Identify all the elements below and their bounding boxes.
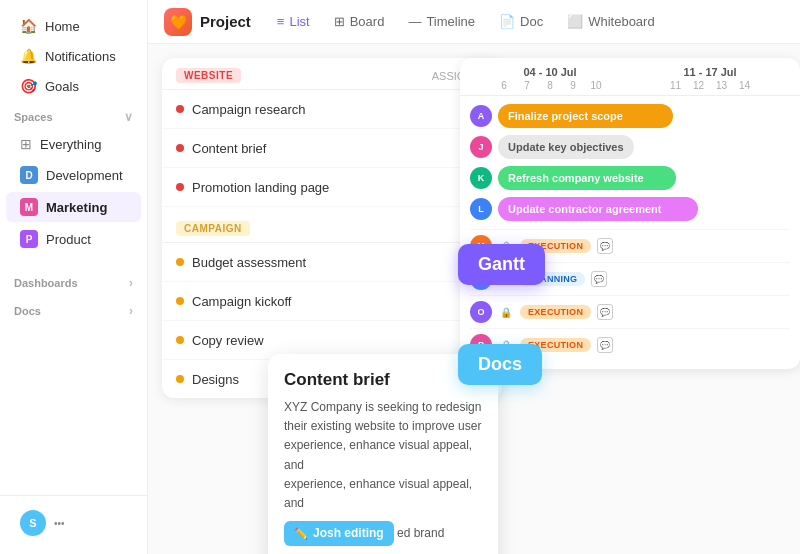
sidebar-item-development[interactable]: D Development: [6, 160, 141, 190]
task-name: Campaign research: [192, 102, 456, 117]
goals-icon: 🎯: [20, 78, 37, 94]
pencil-icon: ✏️: [294, 525, 308, 543]
tab-doc[interactable]: 📄 Doc: [489, 8, 553, 35]
day-label: 6: [494, 80, 514, 91]
dashboards-section: Dashboards ›: [0, 268, 147, 294]
tab-list[interactable]: ≡ List: [267, 8, 320, 35]
chevron-icon: ∨: [124, 110, 133, 124]
task-dot: [176, 375, 184, 383]
marketing-dot: M: [20, 198, 38, 216]
josh-editing-badge: ✏️ Josh editing: [284, 521, 394, 546]
campaign-section-header: CAMPAIGN: [162, 211, 502, 243]
gantt-panel: 04 - 10 Jul 6 7 8 9 10 11 - 17 Jul 11 12…: [460, 58, 800, 369]
avatar: S: [20, 510, 46, 536]
tab-board[interactable]: ⊞ Board: [324, 8, 395, 35]
task-name: Campaign kickoff: [192, 294, 456, 309]
user-status-dot: •••: [54, 518, 65, 529]
project-icon: 🧡: [164, 8, 192, 36]
task-list-panel: WEBSITE ASSIGNEE Campaign research A Con…: [162, 58, 502, 398]
gantt-bar: Finalize project scope: [498, 104, 673, 128]
website-badge: WEBSITE: [176, 68, 241, 83]
avatar: A: [470, 105, 492, 127]
task-name: Budget assessment: [192, 255, 456, 270]
development-dot: D: [20, 166, 38, 184]
main-area: 🧡 Project ≡ List ⊞ Board — Timeline 📄 Do…: [148, 0, 800, 554]
gantt-row: J Update key objectives: [470, 135, 790, 159]
home-icon: 🏠: [20, 18, 37, 34]
task-dot: [176, 258, 184, 266]
chat-icon: 💬: [597, 238, 613, 254]
sidebar-item-notifications[interactable]: 🔔 Notifications: [6, 42, 141, 70]
table-row[interactable]: Campaign research A: [162, 90, 502, 129]
task-dot: [176, 336, 184, 344]
timeline-icon: —: [408, 14, 421, 29]
avatar: O: [470, 301, 492, 323]
gantt-row: A Finalize project scope: [470, 104, 790, 128]
task-dot: [176, 183, 184, 191]
avatar: J: [470, 136, 492, 158]
user-profile[interactable]: S •••: [6, 504, 141, 542]
list-icon: ≡: [277, 14, 285, 29]
day-label: 12: [689, 80, 709, 91]
bell-icon: 🔔: [20, 48, 37, 64]
tab-whiteboard[interactable]: ⬜ Whiteboard: [557, 8, 664, 35]
gantt-row: L Update contractor agreement: [470, 197, 790, 221]
table-row[interactable]: Promotion landing page K: [162, 168, 502, 207]
task-name: Copy review: [192, 333, 456, 348]
task-name: Content brief: [192, 141, 456, 156]
sidebar-bottom: S •••: [0, 495, 147, 542]
chevron-right-icon-2: ›: [129, 304, 133, 318]
whiteboard-icon: ⬜: [567, 14, 583, 29]
chevron-right-icon: ›: [129, 276, 133, 290]
task-dot: [176, 144, 184, 152]
tab-timeline[interactable]: — Timeline: [398, 8, 485, 35]
project-title: Project: [200, 13, 251, 30]
product-dot: P: [20, 230, 38, 248]
lock-icon: 🔒: [498, 304, 514, 320]
gantt-row: K Refresh company website: [470, 166, 790, 190]
gantt-week1: 04 - 10 Jul 6 7 8 9 10: [470, 66, 630, 91]
gantt-bar: Update contractor agreement: [498, 197, 698, 221]
gantt-bars: A Finalize project scope J Update key ob…: [460, 96, 800, 229]
docs-tooltip: Docs: [458, 344, 542, 385]
sidebar-item-product[interactable]: P Product: [6, 224, 141, 254]
avatar: L: [470, 198, 492, 220]
docs-content: XYZ Company is seeking to redesign their…: [284, 398, 482, 554]
josh-editing-row: ✏️ Josh editing ed brand identity.: [284, 517, 482, 554]
gantt-tooltip: Gantt: [458, 244, 545, 285]
day-label: 9: [563, 80, 583, 91]
task-dot: [176, 105, 184, 113]
day-label: 7: [517, 80, 537, 91]
grid-icon: ⊞: [20, 136, 32, 152]
sidebar-item-home[interactable]: 🏠 Home: [6, 12, 141, 40]
chat-icon: 💬: [597, 304, 613, 320]
gantt-status-row: O 🔒 EXECUTION 💬: [470, 295, 790, 328]
table-row[interactable]: Budget assessment L: [162, 243, 502, 282]
avatar: K: [470, 167, 492, 189]
gantt-week2: 11 - 17 Jul 11 12 13 14: [630, 66, 790, 91]
doc-icon: 📄: [499, 14, 515, 29]
docs-title: Content brief: [284, 370, 482, 390]
board-icon: ⊞: [334, 14, 345, 29]
day-label: 8: [540, 80, 560, 91]
gantt-bar: Refresh company website: [498, 166, 676, 190]
day-label: 13: [712, 80, 732, 91]
chat-icon: 💬: [591, 271, 607, 287]
table-row[interactable]: Content brief J: [162, 129, 502, 168]
content-area: WEBSITE ASSIGNEE Campaign research A Con…: [148, 44, 800, 554]
gantt-bar: Update key objectives: [498, 135, 634, 159]
status-badge: EXECUTION: [520, 305, 591, 319]
day-label: 10: [586, 80, 606, 91]
sidebar: 🏠 Home 🔔 Notifications 🎯 Goals Spaces ∨ …: [0, 0, 148, 554]
day-label: 11: [666, 80, 686, 91]
day-label: 14: [735, 80, 755, 91]
gantt-header: 04 - 10 Jul 6 7 8 9 10 11 - 17 Jul 11 12…: [460, 58, 800, 96]
task-name: Promotion landing page: [192, 180, 456, 195]
chat-icon: 💬: [597, 337, 613, 353]
spaces-section: Spaces ∨: [0, 102, 147, 128]
sidebar-item-marketing[interactable]: M Marketing: [6, 192, 141, 222]
sidebar-item-goals[interactable]: 🎯 Goals: [6, 72, 141, 100]
top-navigation: 🧡 Project ≡ List ⊞ Board — Timeline 📄 Do…: [148, 0, 800, 44]
sidebar-item-everything[interactable]: ⊞ Everything: [6, 130, 141, 158]
table-row[interactable]: Campaign kickoff M: [162, 282, 502, 321]
